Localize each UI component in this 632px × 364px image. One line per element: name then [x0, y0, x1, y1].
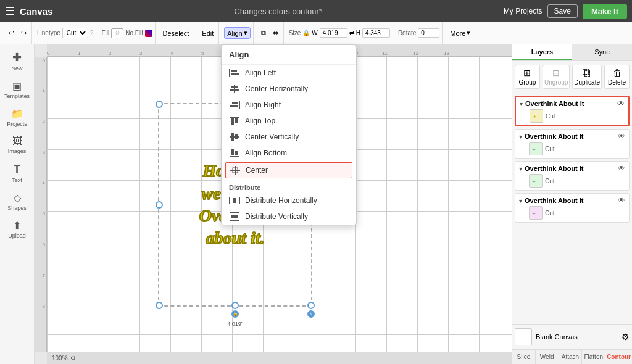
- canvas-swatch[interactable]: [515, 328, 532, 345]
- zoom-value: 100%: [52, 355, 68, 362]
- text-icon: T: [14, 163, 20, 176]
- align-right-item[interactable]: Align Right: [222, 97, 356, 113]
- sidebar-item-templates-label: Templates: [4, 93, 30, 99]
- align-button[interactable]: Align ▾: [224, 27, 250, 39]
- svg-rect-27: [233, 198, 236, 203]
- layer-item-4[interactable]: ▾ Overthink About It 👁 ✦ Cut: [515, 193, 630, 223]
- rotate-input[interactable]: [418, 28, 439, 38]
- align-bottom-icon: [229, 149, 240, 157]
- layer-expand-2[interactable]: ▾: [519, 133, 522, 140]
- layer-header-1: ▾ Overthink About It 👁: [520, 99, 625, 108]
- layer-expand-1[interactable]: ▾: [520, 101, 523, 107]
- flip-button[interactable]: ⇔: [270, 28, 281, 38]
- height-label: H: [356, 30, 360, 36]
- svg-rect-14: [231, 118, 234, 125]
- distribute-horizontally-item[interactable]: Distribute Horizontally: [222, 192, 356, 209]
- layer-eye-1[interactable]: 👁: [617, 99, 625, 108]
- align-left-item[interactable]: Align Left: [222, 65, 356, 81]
- zoom-control[interactable]: ⚙: [70, 355, 76, 362]
- width-input[interactable]: [320, 28, 347, 38]
- layer-item-3[interactable]: ▾ Overthink About It 👁 ✦ Cut: [515, 161, 630, 191]
- layer-name-2: Overthink About It: [525, 133, 615, 140]
- center-item[interactable]: Center: [225, 162, 352, 178]
- svg-rect-17: [231, 133, 234, 141]
- tab-layers[interactable]: Layers: [512, 44, 572, 60]
- arrange-button[interactable]: ⧉: [259, 28, 268, 38]
- deselect-button[interactable]: Deselect: [160, 28, 192, 38]
- canvas-label: Blank Canvas: [536, 333, 618, 341]
- layer-eye-4[interactable]: 👁: [618, 196, 625, 205]
- ungroup-button[interactable]: ⊟ Ungroup: [543, 65, 570, 89]
- edit-button[interactable]: Edit: [199, 28, 216, 38]
- svg-rect-8: [231, 86, 238, 88]
- align-bottom-label: Align Bottom: [245, 149, 287, 157]
- layer-thumb-3: ✦: [529, 174, 543, 188]
- slice-button[interactable]: Slice: [512, 350, 536, 364]
- distribute-vertically-item[interactable]: Distribute Vertically: [222, 209, 356, 225]
- undo-button[interactable]: ↩: [6, 28, 17, 38]
- shapes-icon: ◇: [14, 192, 21, 204]
- sidebar-item-projects[interactable]: 📁 Projects: [2, 104, 33, 131]
- weld-button[interactable]: Weld: [536, 350, 559, 364]
- distribute-vertically-label: Distribute Vertically: [245, 212, 308, 221]
- sidebar-item-shapes[interactable]: ◇ Shapes: [2, 188, 33, 215]
- svg-text:✦: ✦: [532, 147, 536, 152]
- sidebar-item-templates[interactable]: ▣ Templates: [2, 77, 33, 103]
- handle-tl[interactable]: [156, 101, 163, 108]
- height-input[interactable]: [362, 28, 390, 38]
- contour-button[interactable]: Contour: [605, 350, 632, 364]
- images-icon: 🖼: [12, 136, 22, 147]
- align-top-item[interactable]: Align Top: [222, 113, 356, 129]
- sidebar-item-upload[interactable]: ⬆ Upload: [2, 216, 33, 242]
- duplicate-button[interactable]: ⿻ Duplicate: [572, 65, 602, 89]
- fill-swatch[interactable]: ∅: [111, 28, 123, 38]
- handle-bl[interactable]: [156, 302, 163, 309]
- design-lock-handle[interactable]: 🔒: [231, 310, 239, 318]
- linetype-select[interactable]: Cut: [62, 28, 88, 38]
- sidebar-item-images[interactable]: 🖼 Images: [2, 132, 33, 158]
- arrange-icon: ⧉: [261, 29, 266, 37]
- design-expand-handle[interactable]: ⤡: [307, 310, 315, 318]
- layer-eye-3[interactable]: 👁: [618, 164, 625, 173]
- layer-expand-3[interactable]: ▾: [519, 165, 522, 172]
- arrange-group: ⧉ ⇔: [256, 22, 284, 44]
- canvas-settings-icon[interactable]: ⚙: [622, 332, 630, 342]
- sidebar-item-new[interactable]: ✚ New: [2, 47, 33, 75]
- layer-item-2[interactable]: ▾ Overthink About It 👁 ✦ Cut: [515, 129, 630, 159]
- sidebar-item-images-label: Images: [8, 148, 27, 154]
- flatten-button[interactable]: Flatten: [582, 350, 605, 364]
- layer-header-3: ▾ Overthink About It 👁: [519, 164, 625, 173]
- center-horizontally-item[interactable]: Center Horizontally: [222, 81, 356, 97]
- toolbar: ↩ ↪ Linetype Cut ? Fill ∅ No Fill Desele…: [0, 22, 632, 44]
- sidebar-item-text[interactable]: T Text: [2, 159, 33, 187]
- svg-rect-19: [230, 156, 239, 157]
- layer-eye-2[interactable]: 👁: [618, 132, 625, 141]
- svg-rect-30: [231, 215, 238, 218]
- attach-button[interactable]: Attach: [559, 350, 583, 364]
- my-projects-button[interactable]: My Projects: [504, 7, 543, 15]
- redo-button[interactable]: ↪: [19, 28, 29, 38]
- layer-expand-4[interactable]: ▾: [519, 197, 522, 204]
- center-vertically-item[interactable]: Center Vertically: [222, 129, 356, 145]
- more-button[interactable]: More ▾: [447, 28, 473, 38]
- svg-rect-26: [239, 197, 240, 204]
- canvas-footer: Blank Canvas ⚙: [512, 324, 632, 349]
- align-bottom-item[interactable]: Align Bottom: [222, 145, 356, 161]
- make-it-button[interactable]: Make It: [583, 4, 627, 19]
- group-button[interactable]: ⊞ Group: [515, 65, 540, 89]
- svg-rect-29: [230, 220, 239, 221]
- group-icon: ⊞: [523, 68, 531, 78]
- center-label: Center: [246, 166, 268, 175]
- handle-bm[interactable]: [231, 302, 239, 309]
- right-actions: ⊞ Group ⊟ Ungroup ⿻ Duplicate 🗑 Delete: [512, 61, 632, 93]
- fill-color-icon[interactable]: [145, 30, 152, 37]
- layer-item-1[interactable]: ▾ Overthink About It 👁 ✦ Cut: [515, 96, 630, 126]
- save-button[interactable]: Save: [547, 4, 578, 18]
- left-sidebar: ✚ New ▣ Templates 📁 Projects 🖼 Images T …: [0, 44, 35, 364]
- handle-br[interactable]: [307, 302, 315, 309]
- hamburger-icon[interactable]: ☰: [5, 4, 15, 18]
- delete-button[interactable]: 🗑 Delete: [604, 65, 630, 89]
- tab-sync[interactable]: Sync: [572, 44, 632, 60]
- rotate-group: Rotate: [396, 22, 443, 44]
- handle-lm[interactable]: [156, 201, 163, 209]
